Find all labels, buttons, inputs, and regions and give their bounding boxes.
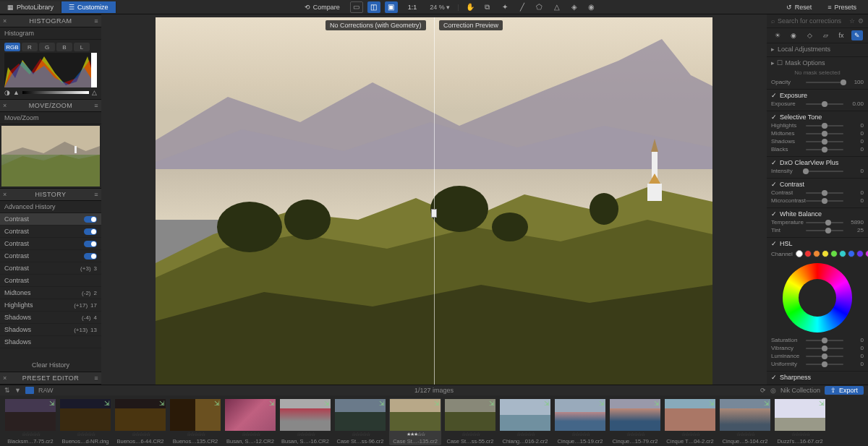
thumbnail[interactable]: ⇲☆☆☆☆☆Duzzi's…16-67.cr2 [774,398,826,445]
clearview-slider[interactable]: Intensity 0 [771,168,864,174]
blackpoint-icon[interactable]: ▲ [13,89,20,96]
histogram-panel-header[interactable]: × HISTOGRAM ≡ [0,14,101,27]
history-toggle[interactable] [84,241,97,247]
shadow-clip-icon[interactable]: ◑ [4,89,10,96]
thumbnail[interactable]: ⇲☆☆☆☆☆Case St…ss-96.cr2 [334,398,386,445]
thumbnail[interactable]: ⇲☆☆☆☆☆Case St…ss-55.cr2 [444,398,496,445]
eye-tool-icon[interactable]: ◉ [585,1,598,13]
tint-slider[interactable]: Tint25 [771,227,864,233]
history-panel-header[interactable]: × HISTORY ≡ [0,188,101,201]
viewer-area[interactable]: No Corrections (with Geometry) Correctio… [101,14,767,385]
rating-stars[interactable]: ☆☆☆☆☆ [571,432,590,437]
exposure-slider[interactable]: Exposure 0.00 [771,100,864,107]
thumbnail[interactable]: ⇲★★★☆☆Case St…-135.cr2 [389,398,441,445]
close-icon[interactable]: × [3,374,7,382]
folder-name[interactable]: RAW [38,387,54,394]
midtones-slider[interactable]: Midtones0 [771,130,864,137]
rating-stars[interactable]: ☆☆☆☆☆ [681,432,699,437]
rating-stars[interactable]: ★★★☆☆ [407,432,425,437]
hsl-channel-dot[interactable] [796,250,803,257]
light-tab-icon[interactable]: ☀ [772,30,783,40]
history-item[interactable]: Contrast [0,226,101,238]
tag-tool-icon[interactable]: ◈ [568,1,581,13]
shadows-slider[interactable]: Shadows0 [771,138,864,145]
contrast-header[interactable]: ✓ Contrast [771,181,864,188]
mask-options-header[interactable]: ▸ ☐ Mask Options [771,59,864,67]
exposure-header[interactable]: ✓ Exposure [771,92,864,99]
history-item[interactable]: Contrast(+3)3 [0,262,101,275]
channel-l-button[interactable]: L [74,43,90,51]
detail-tab-icon[interactable]: ◇ [804,30,815,40]
saturation-slider[interactable]: Saturation0 [771,337,864,343]
hsl-channel-dot[interactable] [865,250,868,257]
history-item[interactable]: Contrast [0,275,101,287]
color-tab-icon[interactable]: ◉ [788,30,799,40]
channel-r-button[interactable]: R [22,43,38,51]
filmstrip[interactable]: ⇲☆☆☆☆☆Blacksm…7-75.cr2⇲☆☆☆☆☆Buenos…d-NR.… [0,395,868,446]
thumbnail[interactable]: ⇲☆☆☆☆☆Cinque…15-19.cr2 [554,398,606,445]
hsl-channel-dot[interactable] [804,250,812,257]
history-toggle[interactable] [84,228,97,235]
channel-g-button[interactable]: G [39,43,55,51]
hsl-channel-dot[interactable] [813,250,820,257]
history-item[interactable]: Contrast [0,213,101,226]
luminance-slider[interactable]: Luminance0 [771,353,864,359]
thumbnail[interactable]: ⇲☆☆☆☆☆Blacksm…7-75.cr2 [4,398,56,445]
history-item[interactable]: Shadows(+13)13 [0,324,101,336]
history-item[interactable]: Contrast [0,238,101,250]
hsl-channel-dot[interactable] [830,250,838,257]
history-item[interactable]: Shadows(-4)4 [0,312,101,324]
movezoom-panel-header[interactable]: × MOVE/ZOOM ≡ [0,99,101,112]
wand-tool-icon[interactable]: ✦ [498,1,511,13]
gear-icon[interactable]: ⚙ [858,17,864,25]
history-item[interactable]: Highlights(+17)17 [0,299,101,312]
thumbnail[interactable]: ⇲☆☆☆☆☆Busan, S…-16.CR2 [279,398,331,445]
history-item[interactable]: Contrast [0,250,101,262]
panel-menu-icon[interactable]: ≡ [94,102,98,109]
zoom-readout[interactable]: 24 % ▾ [427,4,453,11]
thumbnail[interactable]: ⇲☆☆☆☆☆Chiang…016-2.cr2 [499,398,551,445]
thumbnail[interactable]: ⇲☆☆☆☆☆Buenos…6-44.CR2 [114,398,166,445]
side-view-button[interactable]: ▣ [385,1,398,13]
hsl-channel-dots[interactable] [796,249,868,259]
reset-button[interactable]: ↺ Reset [780,2,818,12]
blacks-slider[interactable]: Blacks0 [771,146,864,153]
channel-b-button[interactable]: B [56,43,72,51]
thumbnail[interactable]: ⇲☆☆☆☆☆Buenos…d-NR.dng [59,398,111,445]
rating-stars[interactable]: ☆☆☆☆☆ [187,432,205,437]
filter-icon[interactable]: ▼ [14,387,21,394]
thumbnail[interactable]: ⇲☆☆☆☆☆Cinque…5-104.cr2 [719,398,771,445]
panel-menu-icon[interactable]: ≡ [94,374,98,382]
image-canvas[interactable]: No Corrections (with Geometry) Correctio… [156,17,712,385]
thumbnail[interactable]: ⇲☆☆☆☆☆Cinque T…04-2.cr2 [664,398,716,445]
highlight-clip-icon[interactable]: △ [92,89,97,96]
microcontrast-slider[interactable]: Microcontrast0 [771,197,864,204]
rating-stars[interactable]: ☆☆☆☆☆ [77,432,95,437]
hsl-channel-dot[interactable] [839,250,846,257]
presets-button[interactable]: ≡ Presets [822,2,862,12]
corrections-search[interactable]: ⌕ Search for corrections ☆ ⚙ [767,14,868,28]
sharpness-header[interactable]: ✓ Sharpness [771,374,864,381]
customize-tab[interactable]: ☰ Customize [61,1,116,13]
navigator-thumbnail[interactable] [1,126,100,186]
compare-button[interactable]: ⟲ Compare [299,2,346,12]
thumbnail[interactable]: ⇲☆☆☆☆☆Busan, S…-12.CR2 [224,398,276,445]
hsl-channel-dot[interactable] [856,250,864,257]
local-tab-icon[interactable]: ✎ [851,30,863,40]
crop-tool-icon[interactable]: ⧉ [481,1,494,13]
rating-stars[interactable]: ☆☆☆☆☆ [297,432,315,437]
thumbnail[interactable]: ⇲☆☆☆☆☆Buenos…135.CR2 [169,398,221,445]
temperature-slider[interactable]: Temperature5890 [771,219,864,226]
fit-1to1-button[interactable]: 1:1 [402,2,423,12]
selective-tone-header[interactable]: ✓ Selective Tone [771,113,864,121]
upright-tool-icon[interactable]: △ [550,1,563,13]
rating-stars[interactable]: ☆☆☆☆☆ [626,432,644,437]
split-grip-icon[interactable] [431,209,437,218]
star-icon[interactable]: ☆ [849,17,855,25]
nik-button[interactable]: Nik Collection [780,387,820,394]
line-tool-icon[interactable]: ╱ [516,1,529,13]
vibrancy-slider[interactable]: Vibrancy0 [771,345,864,351]
sync-icon[interactable]: ⟳ [760,387,766,394]
sort-icon[interactable]: ⇅ [4,387,10,394]
split-view-button[interactable]: ◫ [367,1,380,13]
